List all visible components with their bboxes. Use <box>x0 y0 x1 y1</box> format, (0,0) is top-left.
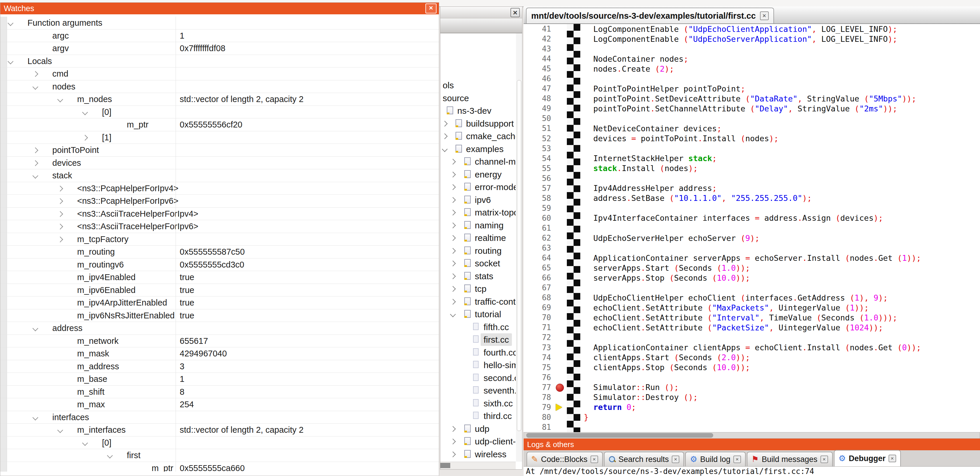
chevron-right-icon[interactable] <box>450 222 456 228</box>
watch-value[interactable]: true <box>180 297 438 309</box>
tree-item[interactable]: routing <box>440 244 516 257</box>
chevron-right-icon[interactable] <box>450 286 456 292</box>
tree-item[interactable]: first.cc <box>440 333 516 346</box>
breakpoint-margin[interactable] <box>554 313 567 323</box>
chevron-down-icon[interactable] <box>57 96 63 102</box>
chevron-right-icon[interactable] <box>450 184 456 190</box>
chevron-right-icon[interactable] <box>450 452 456 457</box>
chevron-right-icon[interactable] <box>57 198 63 204</box>
watch-value[interactable]: std::vector of length 2, capacity 2 <box>180 93 438 105</box>
tree-item[interactable]: tutorial <box>440 308 516 321</box>
watch-row[interactable]: m_base1 <box>0 373 439 386</box>
breakpoint-margin[interactable] <box>554 153 567 163</box>
watch-value[interactable]: 1 <box>180 373 438 385</box>
chevron-right-icon[interactable] <box>32 160 38 166</box>
chevron-right-icon[interactable] <box>32 71 38 77</box>
breakpoint-margin[interactable] <box>554 113 567 123</box>
tree-item[interactable]: examples <box>440 143 516 155</box>
chevron-right-icon[interactable] <box>57 224 63 230</box>
tree-item[interactable]: ipv6 <box>440 193 516 206</box>
breakpoint-margin[interactable] <box>554 353 567 363</box>
tree-item-label[interactable]: matrix-topolo <box>475 206 516 219</box>
breakpoint-margin[interactable] <box>554 203 567 213</box>
logs-tab-search-results[interactable]: Search results× <box>604 452 684 466</box>
chevron-down-icon[interactable] <box>32 173 38 179</box>
tree-item-label[interactable]: ols <box>443 79 454 91</box>
breakpoint-margin[interactable] <box>554 412 567 422</box>
chevron-right-icon[interactable] <box>450 439 456 444</box>
chevron-right-icon[interactable] <box>57 236 63 243</box>
logs-tab-build-messages[interactable]: ⚑Build messages× <box>747 452 833 466</box>
tree-item[interactable]: channel-mod <box>440 155 516 168</box>
tree-item[interactable]: traffic-contro <box>440 295 516 308</box>
tree-item-label[interactable]: cmake_cache <box>466 130 516 142</box>
chevron-down-icon[interactable] <box>32 326 38 331</box>
watch-row[interactable]: m_ipv6Enabledtrue <box>0 284 439 297</box>
breakpoint-margin[interactable] <box>554 303 567 313</box>
watch-row[interactable]: Function arguments <box>0 17 439 30</box>
watch-row[interactable]: argc1 <box>0 30 439 42</box>
watch-row[interactable]: m_ptr0x5555555ca660 <box>0 462 439 472</box>
tree-item[interactable]: fourth.cc <box>440 346 516 359</box>
chevron-right-icon[interactable] <box>450 210 456 216</box>
watch-value[interactable]: std::vector of length 2, capacity 2 <box>180 424 438 436</box>
breakpoint-icon[interactable] <box>556 383 564 392</box>
watch-row[interactable]: interfaces <box>0 411 439 424</box>
chevron-down-icon[interactable] <box>450 311 456 317</box>
breakpoint-margin[interactable] <box>554 193 567 203</box>
watch-value[interactable]: true <box>180 309 438 322</box>
tree-item-label[interactable]: routing <box>475 244 502 257</box>
chevron-right-icon[interactable] <box>57 186 63 192</box>
breakpoint-margin[interactable] <box>554 253 567 263</box>
chevron-down-icon[interactable] <box>32 415 38 420</box>
breakpoint-margin[interactable] <box>554 323 567 332</box>
editor-tab-first-cc[interactable]: mnt/dev/tools/source/ns-3-dev/examples/t… <box>526 8 774 23</box>
watch-row[interactable]: Locals <box>0 55 439 68</box>
tree-item-label[interactable]: udp <box>475 422 489 435</box>
breakpoint-margin[interactable] <box>554 104 567 113</box>
tree-item-label[interactable]: ns-3-dev <box>457 104 492 117</box>
close-icon[interactable]: × <box>760 11 769 20</box>
watch-row[interactable]: m_address3 <box>0 360 439 373</box>
chevron-down-icon[interactable] <box>107 453 113 458</box>
close-icon[interactable]: × <box>889 455 896 462</box>
close-icon[interactable]: × <box>821 455 828 463</box>
watch-row[interactable]: m_ipv6NsRsJitterEnabledtrue <box>0 309 439 322</box>
tree-item[interactable]: stats <box>440 270 516 283</box>
tree-item[interactable]: socket <box>440 257 516 270</box>
watch-value[interactable]: 0x55555556cf20 <box>180 118 438 131</box>
tree-item-label[interactable]: third.cc <box>484 410 512 422</box>
watch-value[interactable]: 8 <box>180 386 438 398</box>
tree-item[interactable]: udp-client-ser <box>440 435 516 448</box>
watch-value[interactable]: 0x5555555ca660 <box>180 462 438 472</box>
tree-item-label[interactable]: tcp <box>475 283 487 295</box>
breakpoint-margin[interactable] <box>554 332 567 342</box>
watch-row[interactable]: pointToPoint <box>0 144 439 157</box>
tree-item[interactable]: ols <box>440 79 516 92</box>
chevron-right-icon[interactable] <box>32 147 38 153</box>
chevron-right-icon[interactable] <box>450 299 456 305</box>
tree-vertical-scrollbar-thumb[interactable] <box>517 80 521 431</box>
watch-row[interactable]: m_routing0x555555587c50 <box>0 246 439 259</box>
breakpoint-margin[interactable] <box>554 263 567 273</box>
tree-item-label[interactable]: socket <box>475 257 500 270</box>
close-icon[interactable]: × <box>672 455 679 463</box>
breakpoint-margin[interactable] <box>554 293 567 303</box>
tree-item-label[interactable]: error-model <box>475 181 516 193</box>
breakpoint-margin[interactable] <box>554 223 567 233</box>
chevron-right-icon[interactable] <box>450 159 456 165</box>
breakpoint-margin[interactable] <box>554 392 567 403</box>
watch-value[interactable]: 4294967040 <box>180 347 438 359</box>
breakpoint-margin[interactable] <box>554 144 567 153</box>
tree-item-label[interactable]: seventh.cc <box>484 384 516 397</box>
tree-item-label[interactable]: hello-simul <box>484 359 516 371</box>
watch-row[interactable]: m_interfacesstd::vector of length 2, cap… <box>0 424 439 436</box>
tree-item[interactable]: hello-simul <box>440 359 516 372</box>
watch-row[interactable]: <ns3::PcapHelperForIpv6> <box>0 195 439 208</box>
watch-row[interactable]: m_network655617 <box>0 335 439 348</box>
watch-value[interactable]: 655617 <box>180 335 438 347</box>
breakpoint-margin[interactable] <box>554 403 567 412</box>
tree-item[interactable]: realtime <box>440 232 516 244</box>
tree-item[interactable]: fifth.cc <box>440 321 516 334</box>
breakpoint-margin[interactable] <box>554 273 567 283</box>
